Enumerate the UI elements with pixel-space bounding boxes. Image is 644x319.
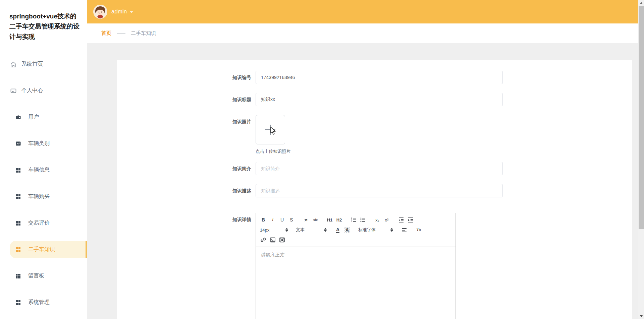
form-row-knowledge-photo: 知识照片 点击上传知识照片 bbox=[117, 115, 632, 154]
superscript-button[interactable]: x² bbox=[382, 216, 391, 224]
grid-icon bbox=[15, 299, 21, 306]
sidebar-item-trade-review[interactable]: 交易评价 bbox=[0, 210, 87, 236]
knowledge-id-input[interactable] bbox=[256, 71, 503, 84]
link-icon[interactable] bbox=[259, 236, 268, 244]
sidebar-item-system-manage[interactable]: 系统管理 bbox=[0, 289, 87, 316]
editor-toolbar: B I U S ” </> H1 bbox=[256, 213, 455, 247]
font-size-select[interactable]: 14px bbox=[259, 226, 289, 234]
main-content: 知识编号 知识标题 知识照片 点击上传知识照片 bbox=[87, 43, 638, 319]
editor-placeholder: 请输入正文 bbox=[261, 252, 284, 257]
font-family-select[interactable]: 标准字体 bbox=[357, 226, 394, 234]
grid-icon bbox=[15, 167, 21, 174]
font-size-value: 14px bbox=[260, 228, 269, 233]
field-label: 知识描述 bbox=[117, 184, 256, 197]
blockquote-button[interactable]: ” bbox=[301, 216, 311, 224]
outdent-icon[interactable] bbox=[396, 216, 406, 224]
sidebar-item-profile[interactable]: 个人中心 bbox=[0, 77, 87, 104]
grid-icon bbox=[15, 220, 21, 227]
form-row-knowledge-desc: 知识描述 bbox=[117, 184, 632, 197]
vertical-scrollbar[interactable] bbox=[638, 0, 644, 319]
field-label: 知识简介 bbox=[117, 162, 256, 175]
h1-button[interactable]: H1 bbox=[325, 216, 334, 224]
knowledge-intro-input[interactable] bbox=[256, 162, 503, 175]
form-card: 知识编号 知识标题 知识照片 点击上传知识照片 bbox=[117, 60, 632, 319]
underline-button[interactable]: U bbox=[277, 216, 287, 224]
username[interactable]: admin bbox=[111, 8, 127, 15]
sidebar-item-usedcar-knowledge[interactable]: 二手车知识 bbox=[0, 236, 87, 263]
sidebar-item-label: 系统管理 bbox=[28, 299, 50, 306]
sidebar-item-vehicle-info[interactable]: 车辆信息 bbox=[0, 157, 87, 183]
paragraph-style-select[interactable]: 文本 bbox=[294, 226, 328, 234]
form-row-knowledge-detail: 知识详情 B I U S bbox=[117, 213, 632, 319]
sidebar-item-label: 交易评价 bbox=[28, 219, 50, 227]
subscript-button[interactable]: x₂ bbox=[373, 216, 382, 224]
strikethrough-button[interactable]: S bbox=[287, 216, 296, 224]
sidebar-item-label: 二手车知识 bbox=[28, 246, 55, 253]
updown-arrows-icon bbox=[390, 228, 393, 232]
sidebar-item-vehicle-category[interactable]: 车辆类别 bbox=[0, 130, 87, 157]
sidebar-item-users[interactable]: 用户 bbox=[0, 104, 87, 130]
chevron-down-icon[interactable] bbox=[129, 11, 133, 13]
updown-arrows-icon bbox=[285, 228, 288, 232]
bold-button[interactable]: B bbox=[259, 216, 268, 224]
sidebar-menu: 系统首页 个人中心 用户 车辆类别 车辆信息 bbox=[0, 51, 87, 316]
breadcrumb-current: 二手车知识 bbox=[131, 30, 156, 37]
form-row-knowledge-id: 知识编号 bbox=[117, 71, 632, 84]
avatar[interactable] bbox=[93, 5, 107, 19]
grid-icon bbox=[15, 193, 21, 200]
home-icon bbox=[10, 61, 17, 68]
knowledge-form: 知识编号 知识标题 知识照片 点击上传知识照片 bbox=[117, 60, 632, 319]
sidebar-item-label: 车辆类别 bbox=[28, 140, 50, 147]
sidebar-item-vehicle-purchase[interactable]: 车辆购买 bbox=[0, 183, 87, 210]
ordered-list-icon[interactable]: 123 bbox=[349, 216, 358, 224]
field-label: 知识编号 bbox=[117, 71, 256, 84]
editor-content[interactable]: 请输入正文 bbox=[256, 247, 455, 319]
photo-upload-button[interactable] bbox=[256, 115, 285, 144]
sidebar: springboot+vue技术的二手车交易管理系统的设计与实现 系统首页 个人… bbox=[0, 0, 87, 319]
profile-card-icon bbox=[10, 87, 17, 94]
code-block-button[interactable]: </> bbox=[311, 216, 320, 224]
sidebar-item-label: 个人中心 bbox=[21, 87, 43, 94]
form-row-knowledge-intro: 知识简介 bbox=[117, 162, 632, 175]
sidebar-item-label: 用户 bbox=[28, 114, 39, 121]
rich-text-editor: B I U S ” </> H1 bbox=[256, 213, 456, 319]
knowledge-desc-input[interactable] bbox=[256, 184, 503, 197]
bullet-list-icon[interactable] bbox=[358, 216, 368, 224]
paragraph-style-value: 文本 bbox=[296, 227, 305, 233]
indent-icon[interactable] bbox=[406, 216, 415, 224]
scroll-down-button[interactable] bbox=[638, 313, 644, 319]
field-label: 知识详情 bbox=[117, 213, 256, 319]
clean-format-icon[interactable]: Tx bbox=[414, 226, 423, 234]
field-label: 知识照片 bbox=[117, 115, 256, 154]
scroll-up-button[interactable] bbox=[638, 0, 644, 6]
breadcrumb: 首页 二手车知识 bbox=[87, 23, 638, 43]
topbar: admin bbox=[87, 0, 638, 23]
app-title: springboot+vue技术的二手车交易管理系统的设计与实现 bbox=[0, 0, 87, 42]
sidebar-item-home[interactable]: 系统首页 bbox=[0, 51, 87, 77]
updown-arrows-icon bbox=[324, 228, 327, 232]
scrollbar-thumb[interactable] bbox=[639, 6, 644, 229]
image-icon[interactable] bbox=[268, 236, 277, 244]
form-row-knowledge-title: 知识标题 bbox=[117, 93, 632, 106]
briefcase-icon bbox=[15, 114, 21, 121]
field-label: 知识标题 bbox=[117, 93, 256, 106]
trend-chart-icon bbox=[15, 140, 21, 147]
italic-button[interactable]: I bbox=[268, 216, 277, 224]
h2-button[interactable]: H2 bbox=[334, 216, 344, 224]
svg-text:3: 3 bbox=[351, 220, 352, 222]
triangle-up-icon bbox=[640, 2, 643, 4]
breadcrumb-separator bbox=[117, 33, 125, 34]
align-icon[interactable] bbox=[399, 226, 409, 234]
video-icon[interactable] bbox=[277, 236, 287, 244]
highlight-color-icon[interactable]: A bbox=[342, 226, 352, 234]
font-family-value: 标准字体 bbox=[358, 227, 376, 233]
sidebar-item-message-board[interactable]: 留言板 bbox=[0, 263, 87, 289]
breadcrumb-home[interactable]: 首页 bbox=[101, 30, 111, 37]
knowledge-title-input[interactable] bbox=[256, 93, 503, 106]
grid-icon bbox=[15, 246, 21, 253]
sidebar-item-label: 留言板 bbox=[28, 272, 44, 279]
menu-grid-icon bbox=[15, 273, 21, 279]
text-color-icon[interactable]: A bbox=[333, 226, 342, 234]
upload-hint: 点击上传知识照片 bbox=[256, 148, 290, 154]
sidebar-item-label: 车辆购买 bbox=[28, 193, 50, 200]
